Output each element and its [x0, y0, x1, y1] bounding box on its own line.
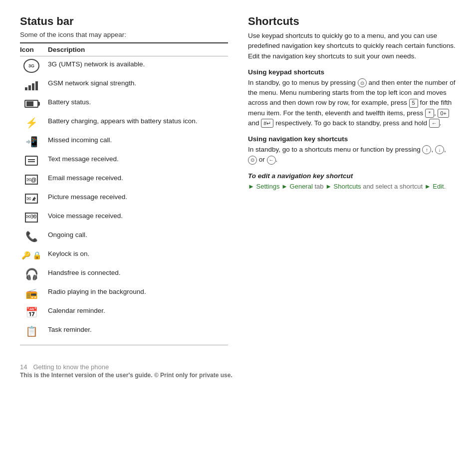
table-row: Text message received.: [20, 151, 228, 170]
icon-table: 3G 3G (UMTS) network is available. GSM n…: [20, 56, 228, 341]
nav-left-icon: ←: [267, 156, 276, 165]
shortcuts-title: Shortcuts: [248, 15, 456, 28]
right-column: Shortcuts Use keypad shortcuts to quickl…: [248, 15, 456, 345]
signal-icon: [25, 79, 38, 90]
desc-3g: 3G (UMTS) network is available.: [48, 59, 228, 69]
keypad-shortcuts-body: In standby, go to menus by pressing ⊙ an…: [248, 78, 456, 128]
shortcuts-intro: Use keypad shortcuts to quickly go to a …: [248, 31, 456, 61]
icon-signal-cell: [20, 78, 43, 92]
icon-mms-cell: ✉▲: [20, 192, 43, 206]
icon-headset-cell: 🎧: [20, 267, 43, 281]
desc-email: Email message received.: [48, 173, 228, 183]
edit-shortcut-path: ► Settings ► General tab ► Shortcuts and…: [248, 182, 456, 192]
table-header: Icon Description: [20, 43, 228, 56]
icon-charging-cell: ⚡: [20, 116, 43, 130]
page-number: 14: [20, 363, 27, 371]
3g-icon: 3G: [23, 59, 39, 73]
desc-calendar: Calendar reminder.: [48, 305, 228, 316]
icon-calendar-cell: 📅: [20, 305, 43, 319]
hash-key-icon: #↵: [261, 119, 273, 128]
calendar-icon: 📅: [25, 306, 38, 318]
icon-missed-call-cell: 📲: [20, 135, 43, 149]
edit-shortcut-title: To edit a navigation key shortcut: [248, 172, 456, 180]
path-period: .: [444, 183, 446, 190]
or-text: or: [259, 156, 265, 163]
keylock-icon: 🔑 🔒: [21, 251, 42, 260]
status-bar-title: Status bar: [20, 15, 228, 28]
icon-sms-cell: [20, 154, 43, 168]
divider-bottom: [20, 345, 228, 345]
email-icon: ✉@: [25, 175, 38, 185]
path-arrow-4: ► Edit: [425, 183, 444, 190]
path-arrow-3: ► Shortcuts: [325, 183, 361, 190]
desc-battery: Battery status.: [48, 97, 228, 107]
desc-keylock: Keylock is on.: [48, 248, 228, 259]
mms-icon: ✉▲: [25, 194, 38, 204]
desc-task: Task reminder.: [48, 324, 228, 335]
keypad-shortcuts-title: Using keypad shortcuts: [248, 68, 456, 76]
desc-sms: Text message received.: [48, 154, 228, 164]
zero-key-icon: 0+: [438, 109, 449, 118]
table-row: GSM network signal strength.: [20, 75, 228, 94]
table-row: ✉00 Voice message received.: [20, 208, 228, 227]
charging-icon: ⚡: [25, 118, 38, 128]
nav-center-icon: ⊙: [248, 156, 257, 165]
desc-call: Ongoing call.: [48, 230, 228, 240]
page-label: Getting to know the phone: [33, 363, 109, 371]
icon-battery-cell: [20, 97, 43, 111]
path-tab: tab: [314, 183, 325, 190]
task-icon: 📋: [25, 325, 38, 337]
desc-signal: GSM network signal strength.: [48, 78, 228, 88]
col-icon-header: Icon: [20, 46, 43, 53]
nav-shortcuts-body: In standby, go to a shortcuts menu or fu…: [248, 145, 456, 165]
icon-email-cell: ✉@: [20, 173, 43, 187]
missed-call-icon: 📲: [25, 136, 38, 148]
table-row: 📻 Radio playing in the background.: [20, 284, 228, 303]
five-key-icon: 5: [409, 99, 418, 108]
star-key-icon: *: [425, 109, 434, 118]
col-desc-header: Description: [48, 46, 228, 53]
icon-keylock-cell: 🔑 🔒: [20, 248, 43, 262]
nav-shortcuts-title: Using navigation key shortcuts: [248, 135, 456, 143]
desc-mms: Picture message received.: [48, 192, 228, 202]
radio-icon: 📻: [25, 287, 38, 299]
table-row: 📲 Missed incoming call.: [20, 132, 228, 151]
battery-icon: [24, 100, 38, 108]
left-column: Status bar Some of the icons that may ap…: [20, 15, 228, 345]
voicemail-icon: ✉00: [25, 213, 38, 223]
path-select: and select a shortcut: [363, 183, 425, 190]
icon-task-cell: 📋: [20, 324, 43, 338]
center-key-icon: ⊙: [358, 78, 367, 87]
table-row: 🎧 Handsfree is connected.: [20, 265, 228, 284]
path-arrow-2: ► General: [281, 183, 313, 190]
table-row: 3G 3G (UMTS) network is available.: [20, 56, 228, 75]
icon-3g-cell: 3G: [20, 59, 43, 73]
desc-voicemail: Voice message received.: [48, 211, 228, 221]
icon-voicemail-cell: ✉00: [20, 211, 43, 225]
table-row: 📋 Task reminder.: [20, 322, 228, 341]
nav-down-icon: ↓: [435, 145, 444, 154]
footer-legal: This is the Internet version of the user…: [20, 372, 456, 379]
call-icon: 📞: [25, 231, 38, 242]
table-row: Battery status.: [20, 94, 228, 113]
desc-radio: Radio playing in the background.: [48, 286, 228, 297]
sms-icon: [25, 156, 38, 166]
path-arrow-1: ► Settings: [248, 183, 279, 190]
table-row: 📅 Calendar reminder.: [20, 303, 228, 322]
table-row: ⚡ Battery charging, appears with battery…: [20, 113, 228, 132]
table-row: 📞 Ongoing call.: [20, 227, 228, 246]
icon-radio-cell: 📻: [20, 286, 43, 300]
footer: 14 Getting to know the phone This is the…: [20, 360, 456, 379]
headset-icon: 🎧: [25, 268, 38, 281]
table-row: ✉▲ Picture message received.: [20, 189, 228, 208]
back-key-icon: ←: [429, 119, 440, 128]
nav-up-icon: ↑: [422, 145, 431, 154]
desc-missed-call: Missed incoming call.: [48, 135, 228, 145]
table-row: 🔑 🔒 Keylock is on.: [20, 246, 228, 265]
desc-charging: Battery charging, appears with battery s…: [48, 116, 228, 126]
desc-headset: Handsfree is connected.: [48, 267, 228, 278]
icon-call-cell: 📞: [20, 230, 43, 243]
footer-legal-text: This is the Internet version of the user…: [20, 372, 233, 379]
table-row: ✉@ Email message received.: [20, 170, 228, 189]
status-bar-subtitle: Some of the icons that may appear:: [20, 31, 228, 38]
